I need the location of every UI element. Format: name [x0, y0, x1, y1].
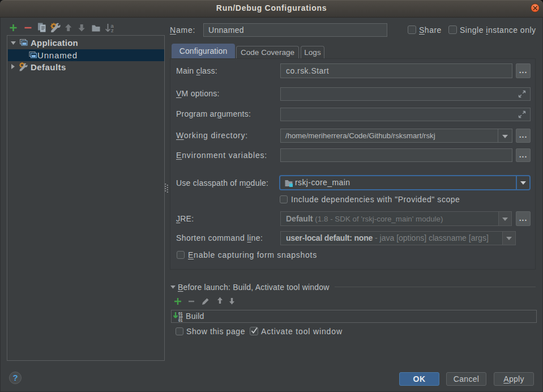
svg-text:z: z [111, 27, 114, 33]
svg-text:01: 01 [178, 318, 183, 322]
